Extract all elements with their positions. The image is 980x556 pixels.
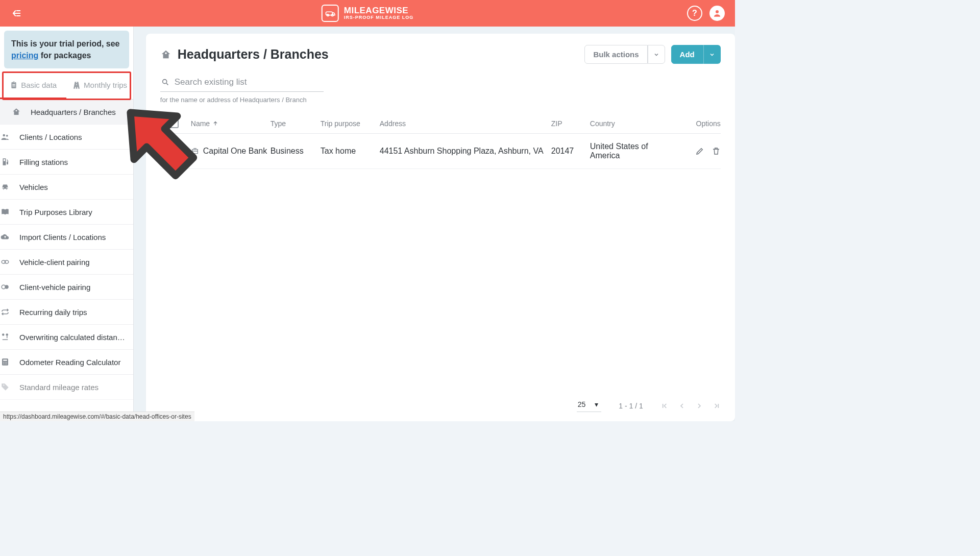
tab-basic-data[interactable]: Basic data [0,72,66,99]
search-input[interactable] [175,77,323,87]
table-footer: 25 ▾ 1 - 1 / 1 [160,393,721,416]
cell-country: United States of America [590,142,677,160]
car-icon [0,182,10,191]
edit-button[interactable] [695,147,704,156]
tab-monthly-label: Monthly trips [84,81,127,89]
brand-subtitle: IRS-PROOF MILEAGE LOG [344,15,414,20]
sidebar-item-vehicle-client-pairing[interactable]: Vehicle-client pairing [0,250,133,275]
cloud-upload-icon [0,232,10,241]
fuel-icon [0,157,10,166]
status-bar-url: https://dashboard.mileagewise.com/#/basi… [0,412,194,421]
sidebar-item-trip-purposes[interactable]: Trip Purposes Library [0,200,133,225]
svg-point-3 [716,10,719,13]
pins-icon [0,332,10,342]
sidebar-item-label: Odometer Reading Calculator [19,358,125,367]
search-field[interactable] [160,75,324,92]
bulk-actions-group: Bulk actions [584,45,665,64]
table: Name Type Trip purpose Address ZIP Count… [160,114,721,393]
search-icon [161,78,169,86]
sidebar-item-label: Standard mileage rates [19,383,125,392]
svg-point-9 [5,285,9,289]
menu-toggle-button[interactable] [10,8,21,18]
delete-button[interactable] [712,147,721,156]
cell-zip: 20147 [551,147,587,156]
th-options: Options [680,119,721,128]
svg-point-18 [5,364,6,365]
sidebar-item-recurring[interactable]: Recurring daily trips [0,300,133,325]
pair-alt-icon [0,282,10,292]
sidebar-item-mileage-rates[interactable]: Standard mileage rates [0,375,133,400]
svg-point-4 [3,134,6,137]
th-type[interactable]: Type [271,119,317,128]
sidebar-item-label: Clients / Locations [19,133,125,141]
account-button[interactable] [709,6,725,21]
table-row[interactable]: Capital One Bank Business Tax home 44151… [160,134,721,169]
bulk-actions-button[interactable]: Bulk actions [584,45,647,64]
cell-address: 44151 Ashburn Shopping Plaza, Ashburn, V… [380,147,548,156]
tag-icon [0,382,10,392]
brand: MILEAGEWISE IRS-PROOF MILEAGE LOG [322,5,414,22]
calculator-icon [0,357,10,367]
people-icon [0,132,10,141]
svg-point-11 [6,334,9,336]
cell-trip-purpose: Tax home [321,147,377,156]
help-button[interactable]: ? [687,6,702,21]
th-zip[interactable]: ZIP [551,119,587,128]
svg-point-10 [2,334,5,336]
tab-monthly-trips[interactable]: Monthly trips [66,72,133,99]
pair-icon [0,257,10,267]
table-header: Name Type Trip purpose Address ZIP Count… [160,114,721,134]
svg-rect-13 [3,360,7,361]
add-group: Add [671,45,721,64]
svg-point-14 [3,362,4,363]
sidebar-item-import[interactable]: Import Clients / Locations [0,225,133,250]
add-dropdown[interactable] [703,45,721,64]
sidebar-item-odometer[interactable]: Odometer Reading Calculator [0,350,133,375]
cell-name: Capital One Bank [203,147,267,156]
th-trip-purpose[interactable]: Trip purpose [321,119,377,128]
sidebar-item-headquarters[interactable]: Headquarters / Branches [0,100,133,125]
sidebar-item-label: Import Clients / Locations [19,233,125,241]
pager-first[interactable] [660,402,669,410]
sidebar-item-label: Headquarters / Branches [31,108,125,116]
clipboard-icon [10,81,18,89]
sidebar-item-filling-stations[interactable]: Filling stations [0,150,133,175]
pager-next[interactable] [695,402,703,410]
th-name[interactable]: Name [191,119,267,128]
svg-point-17 [3,364,4,365]
sidebar-tabs: Basic data Monthly trips [0,72,133,100]
row-checkbox[interactable] [160,147,188,156]
add-button[interactable]: Add [671,45,703,64]
sidebar-item-label: Vehicles [19,183,125,191]
pager-prev[interactable] [678,402,686,410]
trial-prefix: This is your trial period, see [11,39,120,48]
page-size-select[interactable]: 25 ▾ [577,399,602,412]
svg-point-16 [6,362,7,363]
pricing-link[interactable]: pricing [11,51,38,60]
sidebar-item-label: Recurring daily trips [19,308,125,317]
trial-suffix: for packages [38,51,91,60]
sidebar-item-label: Trip Purposes Library [19,208,125,216]
sidebar-item-vehicles[interactable]: Vehicles [0,175,133,200]
main-content: Headquarters / Branches Bulk actions Add [134,27,735,421]
chevron-down-icon: ▾ [595,400,598,408]
app-header: MILEAGEWISE IRS-PROOF MILEAGE LOG ? [0,0,735,27]
select-all-checkbox[interactable] [160,119,188,128]
pagination-range: 1 - 1 / 1 [619,402,643,410]
th-address[interactable]: Address [380,119,548,128]
page-size-value: 25 [578,400,586,408]
sidebar-item-label: Vehicle-client pairing [19,258,125,267]
svg-point-15 [5,362,6,363]
svg-point-19 [6,364,7,365]
road-icon [72,81,81,89]
sort-asc-icon [212,120,218,127]
bulk-actions-dropdown[interactable] [648,45,665,64]
sidebar-item-client-vehicle-pairing[interactable]: Client-vehicle pairing [0,275,133,300]
sidebar-nav: Headquarters / Branches Clients / Locati… [0,100,133,421]
pager-last[interactable] [713,402,721,410]
sidebar-item-overwriting[interactable]: Overwriting calculated distan… [0,325,133,350]
th-country[interactable]: Country [590,119,677,128]
search-hint: for the name or address of Headquarters … [160,96,721,104]
sidebar-item-clients[interactable]: Clients / Locations [0,125,133,150]
page-title: Headquarters / Branches [160,47,329,62]
